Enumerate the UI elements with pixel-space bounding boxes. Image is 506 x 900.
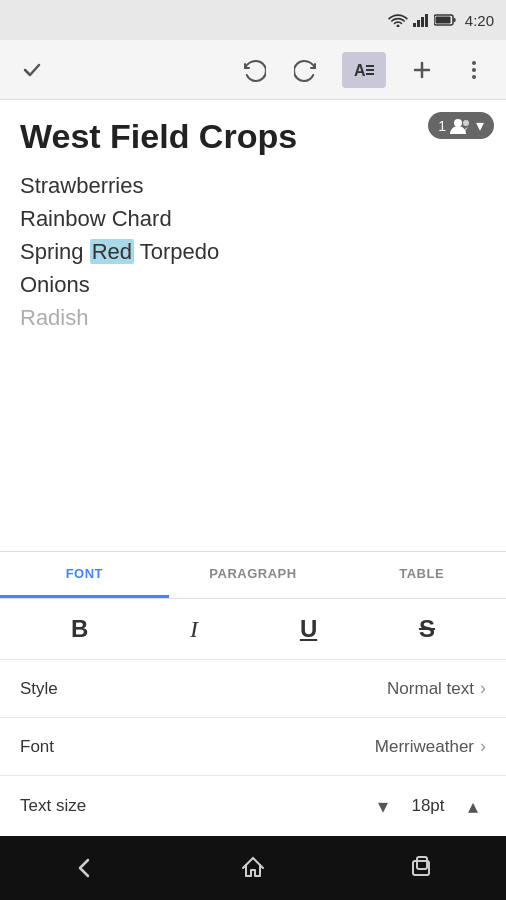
line-onions: Onions — [20, 268, 486, 301]
style-value: Normal text — [387, 679, 474, 699]
italic-button[interactable]: I — [178, 612, 210, 647]
toolbar-left — [16, 54, 48, 86]
format-tabs: FONT PARAGRAPH TABLE — [0, 552, 506, 599]
svg-rect-1 — [413, 23, 416, 27]
font-label: Font — [20, 737, 54, 757]
svg-point-12 — [472, 61, 476, 65]
text-size-row: Text size ▾ 18pt ▴ — [0, 776, 506, 836]
format-buttons-row: B I U S — [0, 599, 506, 660]
svg-rect-2 — [417, 20, 420, 27]
strikethrough-button[interactable]: S — [407, 611, 447, 647]
style-label: Style — [20, 679, 58, 699]
undo-button[interactable] — [238, 54, 270, 86]
battery-icon — [434, 14, 456, 26]
font-chevron: › — [480, 736, 486, 757]
svg-point-13 — [472, 68, 476, 72]
collaborator-count: 1 — [438, 118, 446, 134]
tab-table[interactable]: TABLE — [337, 552, 506, 598]
font-setting-row[interactable]: Font Merriweather › — [0, 718, 506, 776]
line-spring: Spring Red Torpedo — [20, 235, 486, 268]
wifi-icon — [388, 13, 408, 27]
text-size-label: Text size — [20, 796, 86, 816]
line-radish: Radish — [20, 301, 486, 334]
style-chevron: › — [480, 678, 486, 699]
bottom-panel: FONT PARAGRAPH TABLE B I U S Style Norma… — [0, 551, 506, 836]
collaborator-icon — [450, 118, 472, 134]
document-area[interactable]: West Field Crops Strawberries Rainbow Ch… — [0, 100, 506, 370]
style-setting-row[interactable]: Style Normal text › — [0, 660, 506, 718]
more-button[interactable] — [458, 54, 490, 86]
navigation-bar — [0, 836, 506, 900]
text-size-decrease-button[interactable]: ▾ — [370, 792, 396, 820]
svg-rect-3 — [421, 17, 424, 27]
svg-rect-18 — [417, 857, 427, 869]
check-button[interactable] — [16, 54, 48, 86]
bold-button[interactable]: B — [59, 611, 100, 647]
collaborators-badge[interactable]: 1 ▾ — [428, 112, 494, 139]
recent-nav-button[interactable] — [408, 854, 436, 882]
underline-button[interactable]: U — [288, 611, 329, 647]
add-button[interactable] — [406, 54, 438, 86]
collaborator-chevron: ▾ — [476, 116, 484, 135]
svg-rect-7 — [453, 18, 455, 22]
status-time: 4:20 — [465, 12, 494, 29]
font-value-group: Merriweather › — [375, 736, 486, 757]
text-size-controls: ▾ 18pt ▴ — [370, 792, 486, 820]
svg-point-16 — [463, 120, 469, 126]
tab-paragraph[interactable]: PARAGRAPH — [169, 552, 338, 598]
highlighted-word: Red — [90, 239, 134, 264]
home-nav-button[interactable] — [239, 854, 267, 882]
svg-rect-4 — [425, 14, 428, 27]
svg-text:A: A — [354, 62, 366, 79]
signal-icon — [413, 13, 429, 27]
line-strawberries: Strawberries — [20, 169, 486, 202]
font-value: Merriweather — [375, 737, 474, 757]
line-rainbow-chard: Rainbow Chard — [20, 202, 486, 235]
toolbar-right: A — [238, 52, 490, 88]
svg-point-15 — [454, 119, 462, 127]
style-value-group: Normal text › — [387, 678, 486, 699]
tab-font[interactable]: FONT — [0, 552, 169, 598]
status-bar: 4:20 — [0, 0, 506, 40]
document-content: Strawberries Rainbow Chard Spring Red To… — [20, 169, 486, 334]
toolbar: A — [0, 40, 506, 100]
format-text-button[interactable]: A — [342, 52, 386, 88]
status-icons: 4:20 — [388, 12, 494, 29]
text-size-increase-button[interactable]: ▴ — [460, 792, 486, 820]
back-nav-button[interactable] — [70, 854, 98, 882]
svg-rect-6 — [435, 17, 450, 24]
redo-button[interactable] — [290, 54, 322, 86]
svg-point-14 — [472, 75, 476, 79]
text-size-value: 18pt — [408, 796, 448, 816]
document-title: West Field Crops — [20, 116, 486, 157]
svg-point-0 — [396, 25, 399, 28]
